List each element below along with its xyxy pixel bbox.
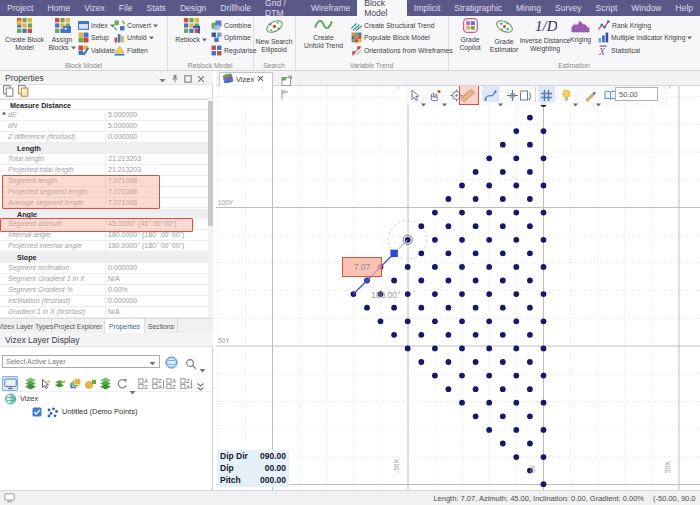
- maximize-icon[interactable]: [184, 75, 192, 85]
- ribbon-button-grade-estimator[interactable]: GradeEstimator: [487, 17, 521, 59]
- layer-tree-item-untitled[interactable]: Untitled (Demo Points): [0, 406, 213, 419]
- property-row-segment-inclination[interactable]: Segment inclination0.000000: [0, 263, 208, 274]
- layer-toolbar-layersg-button[interactable]: [22, 376, 38, 391]
- ribbon-button-regularise[interactable]: Regularise: [211, 44, 259, 56]
- panel-menu-icon[interactable]: [159, 75, 166, 85]
- ribbon-button-populate-block-model[interactable]: Populate Block Model: [351, 32, 446, 44]
- ribbon-button-flatten[interactable]: Flatten: [114, 44, 164, 56]
- property-row-total-length[interactable]: Total length21.213203: [0, 154, 208, 165]
- tab-close-icon[interactable]: [257, 75, 264, 84]
- tab-vizex[interactable]: Vizex: [219, 72, 273, 86]
- ribbon-button-create-unfold-trend[interactable]: CreateUnfold Trend: [298, 17, 349, 59]
- ribbon-button-convert[interactable]: Convert: [114, 19, 164, 31]
- layer-toolbar-layersstar-button[interactable]: ✦: [52, 376, 68, 391]
- ribbon-tab-help[interactable]: Help: [669, 0, 700, 16]
- measure-current-handle[interactable]: [390, 250, 397, 257]
- property-row-projected-internal-angle[interactable]: Projected internal angle180.0000° (180° …: [0, 241, 208, 252]
- property-row-internal-angle[interactable]: Internal angle180.0000° (180° 00' 00"): [0, 230, 208, 241]
- layer-toolbar-goldball-button[interactable]: [82, 376, 98, 391]
- unfold-icon: [114, 32, 125, 43]
- property-row-de[interactable]: dE5.000000: [0, 110, 208, 121]
- property-row-length[interactable]: Length: [0, 143, 208, 154]
- pin-icon[interactable]: [171, 74, 179, 85]
- ribbon-button-setup[interactable]: Setup: [78, 32, 115, 44]
- property-row-dn[interactable]: dN5.000000: [0, 121, 208, 132]
- layer-toolbar-refresh-button[interactable]: [114, 376, 130, 391]
- ribbon-tab-vizex[interactable]: Vizex: [77, 0, 112, 16]
- ribbon-tab-stratigraphic[interactable]: Stratigraphic: [447, 0, 509, 16]
- paste-settings-icon[interactable]: [18, 83, 29, 101]
- panel-tab-vizex-layer-types[interactable]: Vizex Layer Types: [0, 319, 52, 333]
- search-icon[interactable]: [185, 356, 197, 374]
- property-row-measure-distance[interactable]: Measure Distance: [0, 99, 208, 110]
- ribbon-button-statistical[interactable]: XStatistical: [598, 44, 698, 56]
- ribbon-tab-project[interactable]: Project: [0, 0, 40, 16]
- layer-tree-root[interactable]: Vizex: [0, 393, 213, 406]
- pan-tool-icon[interactable]: [428, 88, 441, 106]
- button-label-line: Create: [313, 34, 333, 42]
- ribbon-tab-window[interactable]: Window: [624, 0, 668, 16]
- layer-toolbar-layersg-button[interactable]: [97, 376, 113, 391]
- ribbon-tab-survey[interactable]: Survey: [548, 0, 588, 16]
- ribbon-button-validate[interactable]: Validate: [78, 44, 115, 56]
- combo-dropdown-icon: [149, 360, 156, 367]
- ribbon-button-create-block-model[interactable]: ★Create BlockModel: [2, 17, 47, 59]
- panel-tab-project-explorer[interactable]: Project Explorer: [52, 319, 105, 333]
- ribbon-tab-stats[interactable]: Stats: [140, 0, 173, 16]
- layer-toolbar-monitor-button[interactable]: [2, 376, 18, 391]
- measure-vertex[interactable]: [365, 279, 369, 283]
- layer-3d-icon[interactable]: [164, 355, 179, 373]
- ribbon-group-variable-trend: Variable TrendCreateUnfold TrendCreate S…: [295, 16, 449, 70]
- property-row-inclination-first-last[interactable]: Inclination (first/last)0.000000: [0, 296, 208, 307]
- button-label: Flatten: [127, 47, 148, 54]
- select-tool-icon[interactable]: [408, 88, 421, 106]
- ribbon-tab-grid-dtm[interactable]: Grid / DTM: [258, 0, 304, 16]
- ribbon-tab-drillhole[interactable]: Drillhole: [213, 0, 258, 16]
- ribbon-button-index[interactable]: Index: [78, 19, 115, 31]
- layer-toolbar-cards-button[interactable]: [67, 376, 83, 391]
- layer-toolbar-sortza-button[interactable]: ZA: [178, 376, 194, 391]
- ribbon-button-optimise[interactable]: Optimise: [211, 32, 259, 44]
- panel-tab-sections[interactable]: Sections: [145, 319, 178, 333]
- scrollbar-thumb[interactable]: [208, 101, 213, 226]
- property-row-segment-gradient[interactable]: Segment Gradient %0.00%: [0, 285, 208, 296]
- ribbon-tab-design[interactable]: Design: [173, 0, 213, 16]
- ribbon-button-create-structural-trend[interactable]: Create Structural Trend: [351, 19, 446, 31]
- ribbon-button-multiple-indicator-kriging[interactable]: Multiple Indicator Kriging: [598, 32, 698, 44]
- close-icon[interactable]: [197, 75, 205, 85]
- zoom-scale-input[interactable]: 50.00: [615, 87, 658, 101]
- panel-tab-properties[interactable]: Properties: [105, 319, 145, 333]
- ribbon-tab-home[interactable]: Home: [40, 0, 77, 16]
- property-row-segment-gradient-1-in-x[interactable]: Segment Gradient 1 in XN/A: [0, 274, 208, 285]
- lighting-tool-icon[interactable]: [560, 88, 573, 106]
- view-3d-tool-icon[interactable]: [518, 88, 532, 106]
- layer-toolbar-cursorstar-button[interactable]: ✦: [37, 376, 53, 391]
- ribbon-button-assign-blocks[interactable]: AssignBlocks: [47, 17, 77, 59]
- ribbon-tab-wireframe[interactable]: Wireframe: [304, 0, 357, 16]
- copy-settings-icon[interactable]: [3, 83, 14, 101]
- ribbon-button-unfold[interactable]: Unfold: [114, 32, 164, 44]
- ribbon-button-grade-copilot[interactable]: GradeCopilot: [453, 17, 487, 59]
- active-layer-combo[interactable]: Select Active Layer: [2, 355, 160, 368]
- property-row-gradient-1-in-x-first-last[interactable]: Gradient 1 in X (first/last)N/A: [0, 307, 208, 318]
- button-label-line: Kriging: [570, 36, 591, 44]
- property-row-slope[interactable]: Slope: [0, 252, 208, 263]
- spline-tool-icon[interactable]: [484, 88, 497, 106]
- property-label: Segment Gradient 1 in X: [8, 275, 85, 282]
- layer-checkbox-checked[interactable]: [32, 407, 42, 419]
- property-row-projected-total-length[interactable]: Projected total length21.213203: [0, 165, 208, 176]
- ribbon-button-combine[interactable]: Combine: [211, 19, 259, 31]
- ribbon-tab-block-model[interactable]: Block Model: [357, 0, 407, 16]
- ribbon-button-new-search-ellipsoid[interactable]: New SearchEllipsoid: [254, 17, 294, 59]
- ribbon-tab-file[interactable]: File: [112, 0, 140, 16]
- ribbon-tab-mining[interactable]: Mining: [509, 0, 548, 16]
- ribbon-tab-script[interactable]: Script: [589, 0, 625, 16]
- ribbon-button-kriging[interactable]: Kriging: [562, 17, 599, 59]
- vizex-canvas[interactable]: 100Y50Y-100X-100X-50X-50X0X0X50X50X 50.0…: [216, 86, 700, 490]
- ribbon-tab-implicit[interactable]: Implicit: [407, 0, 447, 16]
- ribbon-button-orientations-from-wireframes[interactable]: Orientations from Wireframes: [351, 44, 446, 56]
- grid-toggle-icon[interactable]: [540, 88, 553, 106]
- ribbon-button-reblock[interactable]: Reblock: [172, 17, 210, 59]
- property-row-z-difference-first-last[interactable]: Z difference (first/last)0.000000: [0, 132, 208, 143]
- ribbon-button-rank-kriging[interactable]: Rank Kriging: [598, 19, 698, 31]
